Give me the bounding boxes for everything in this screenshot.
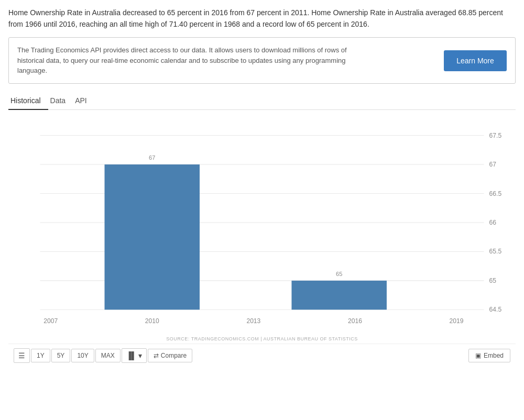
svg-text:65: 65 xyxy=(336,271,342,277)
description-text: Home Ownership Rate in Australia decreas… xyxy=(8,7,516,30)
chart-container: 67.5 67 66.5 66 65.5 65 64.5 2007 2010 2… xyxy=(8,115,516,335)
toolbar-right: ▣ Embed xyxy=(468,349,510,362)
tabs-row: Historical Data API xyxy=(8,92,516,110)
svg-text:2019: 2019 xyxy=(450,317,464,324)
svg-text:2016: 2016 xyxy=(348,317,362,324)
compare-button[interactable]: ⇄ Compare xyxy=(148,349,192,362)
embed-icon: ▣ xyxy=(475,352,481,359)
api-banner: The Trading Economics API provides direc… xyxy=(8,37,516,84)
chart-type-icon: ▐▌ ▾ xyxy=(126,351,143,360)
1y-button[interactable]: 1Y xyxy=(31,349,50,362)
5y-button[interactable]: 5Y xyxy=(51,349,71,362)
chart-svg: 67.5 67 66.5 66 65.5 65 64.5 2007 2010 2… xyxy=(8,115,516,335)
tab-historical[interactable]: Historical xyxy=(8,92,48,110)
svg-text:66: 66 xyxy=(489,219,497,226)
embed-label: Embed xyxy=(484,352,504,359)
svg-text:66.5: 66.5 xyxy=(489,190,502,197)
embed-button[interactable]: ▣ Embed xyxy=(468,349,510,362)
svg-text:2007: 2007 xyxy=(43,317,58,324)
tab-api[interactable]: API xyxy=(73,92,94,110)
toolbar-left: ☰ 1Y 5Y 10Y MAX ▐▌ ▾ ⇄ Compare xyxy=(14,348,192,363)
svg-text:65: 65 xyxy=(489,277,497,284)
compare-icon: ⇄ xyxy=(154,352,159,359)
tab-data[interactable]: Data xyxy=(48,92,73,110)
10y-button[interactable]: 10Y xyxy=(71,349,94,362)
bar-2010 xyxy=(105,164,200,310)
svg-text:67.5: 67.5 xyxy=(489,131,502,139)
bottom-toolbar: ☰ 1Y 5Y 10Y MAX ▐▌ ▾ ⇄ Compare ▣ Embed xyxy=(8,344,516,367)
max-button[interactable]: MAX xyxy=(95,349,121,362)
learn-more-button[interactable]: Learn More xyxy=(444,50,507,71)
bar-2016 xyxy=(291,281,387,310)
svg-text:67: 67 xyxy=(489,161,497,168)
svg-text:64.5: 64.5 xyxy=(489,306,502,313)
page-wrapper: Home Ownership Rate in Australia decreas… xyxy=(0,0,524,367)
svg-text:67: 67 xyxy=(149,154,155,161)
api-banner-text: The Trading Economics API provides direc… xyxy=(17,45,374,76)
chart-type-button[interactable]: ▐▌ ▾ xyxy=(122,348,147,363)
svg-text:2013: 2013 xyxy=(246,317,260,324)
list-icon-button[interactable]: ☰ xyxy=(14,348,30,363)
source-text: SOURCE: TRADINGECONOMICS.COM | AUSTRALIA… xyxy=(8,336,516,341)
svg-text:65.5: 65.5 xyxy=(489,248,502,255)
svg-text:2010: 2010 xyxy=(145,317,159,324)
